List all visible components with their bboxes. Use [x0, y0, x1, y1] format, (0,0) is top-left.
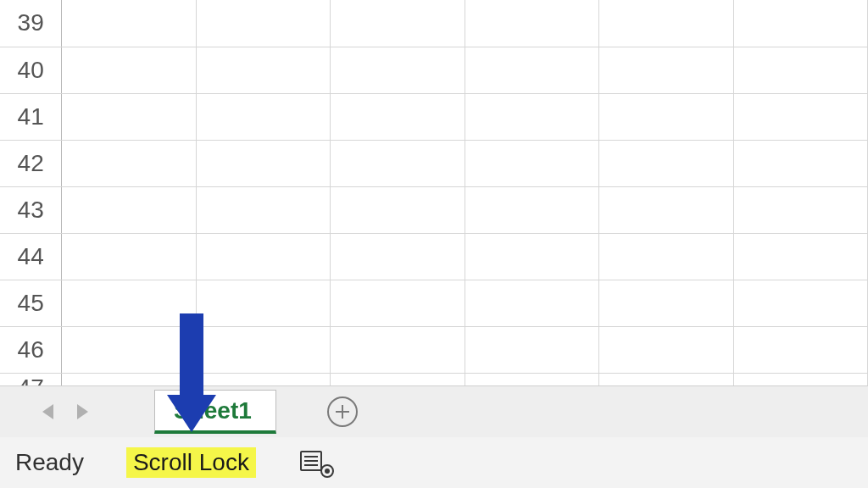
spreadsheet-cell[interactable]	[733, 326, 868, 373]
sheet-nav-next-icon[interactable]	[77, 404, 88, 419]
spreadsheet-cell[interactable]	[733, 0, 868, 47]
spreadsheet-cell[interactable]	[599, 326, 733, 373]
spreadsheet-cell[interactable]	[62, 373, 196, 385]
spreadsheet-cell[interactable]	[465, 0, 598, 47]
spreadsheet-cell[interactable]	[599, 373, 733, 385]
spreadsheet-cell[interactable]	[733, 93, 868, 140]
spreadsheet-cell[interactable]	[196, 0, 330, 47]
status-scroll-lock-label: Scroll Lock	[126, 447, 256, 478]
spreadsheet-cell[interactable]	[599, 47, 733, 93]
spreadsheet-cell[interactable]	[331, 93, 465, 140]
spreadsheet-cell[interactable]	[465, 326, 598, 373]
sheet-tab-label: Sheet1	[174, 397, 252, 424]
spreadsheet-cell[interactable]	[465, 140, 598, 186]
spreadsheet-grid[interactable]: 394041424344454647	[0, 0, 868, 385]
sheet-tab-bar: Sheet1	[0, 385, 868, 437]
spreadsheet-cell[interactable]	[331, 280, 465, 326]
add-sheet-button[interactable]	[327, 396, 358, 427]
spreadsheet-cell[interactable]	[62, 326, 196, 373]
spreadsheet-cell[interactable]	[62, 0, 196, 47]
spreadsheet-cell[interactable]	[599, 280, 733, 326]
spreadsheet-cell[interactable]	[733, 47, 868, 93]
spreadsheet-cell[interactable]	[62, 233, 196, 280]
spreadsheet-cell[interactable]	[465, 233, 598, 280]
spreadsheet-cell[interactable]	[196, 280, 330, 326]
status-bar: Ready Scroll Lock	[0, 437, 868, 488]
row-header[interactable]: 47	[0, 373, 62, 385]
spreadsheet-cell[interactable]	[465, 47, 598, 93]
spreadsheet-cell[interactable]	[196, 233, 330, 280]
spreadsheet-cell[interactable]	[599, 93, 733, 140]
spreadsheet-cell[interactable]	[62, 93, 196, 140]
spreadsheet-cell[interactable]	[465, 93, 598, 140]
spreadsheet-cell[interactable]	[331, 140, 465, 186]
row-header[interactable]: 45	[0, 280, 62, 326]
spreadsheet-cell[interactable]	[599, 186, 733, 233]
spreadsheet-cell[interactable]	[331, 373, 465, 385]
spreadsheet-cell[interactable]	[196, 93, 330, 140]
sheet-tab-active[interactable]: Sheet1	[154, 390, 276, 434]
macro-record-icon[interactable]	[298, 449, 332, 476]
spreadsheet-cell[interactable]	[62, 140, 196, 186]
spreadsheet-cell[interactable]	[62, 280, 196, 326]
spreadsheet-cell[interactable]	[733, 280, 868, 326]
spreadsheet-cell[interactable]	[196, 186, 330, 233]
spreadsheet-cell[interactable]	[599, 233, 733, 280]
spreadsheet-cell[interactable]	[733, 233, 868, 280]
sheet-nav-prev-icon[interactable]	[42, 404, 53, 419]
spreadsheet-cell[interactable]	[196, 47, 330, 93]
spreadsheet-cell[interactable]	[733, 140, 868, 186]
spreadsheet-cell[interactable]	[465, 280, 598, 326]
spreadsheet-cell[interactable]	[733, 186, 868, 233]
spreadsheet-cell[interactable]	[465, 373, 598, 385]
sheet-nav-arrows	[0, 404, 88, 419]
row-header[interactable]: 39	[0, 0, 62, 47]
row-header[interactable]: 44	[0, 233, 62, 280]
spreadsheet-cell[interactable]	[331, 326, 465, 373]
spreadsheet-cell[interactable]	[331, 47, 465, 93]
row-header[interactable]: 46	[0, 326, 62, 373]
spreadsheet-cell[interactable]	[62, 47, 196, 93]
spreadsheet-cell[interactable]	[196, 373, 330, 385]
row-header[interactable]: 40	[0, 47, 62, 93]
spreadsheet-cell[interactable]	[331, 186, 465, 233]
spreadsheet-cell[interactable]	[331, 0, 465, 47]
spreadsheet-cell[interactable]	[62, 186, 196, 233]
spreadsheet-cell[interactable]	[465, 186, 598, 233]
row-header[interactable]: 43	[0, 186, 62, 233]
row-header[interactable]: 41	[0, 93, 62, 140]
spreadsheet-cell[interactable]	[733, 373, 868, 385]
spreadsheet-cell[interactable]	[196, 326, 330, 373]
status-ready-label: Ready	[15, 449, 84, 476]
spreadsheet-cell[interactable]	[599, 140, 733, 186]
row-header[interactable]: 42	[0, 140, 62, 186]
spreadsheet-cell[interactable]	[599, 0, 733, 47]
spreadsheet-cell[interactable]	[331, 233, 465, 280]
spreadsheet-cell[interactable]	[196, 140, 330, 186]
